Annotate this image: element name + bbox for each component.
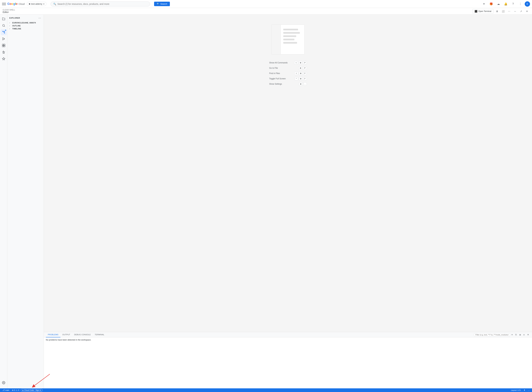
error-count: 0 [14, 389, 15, 391]
search-input[interactable] [57, 3, 147, 5]
menu-button[interactable] [2, 2, 6, 6]
svg-line-7 [3, 32, 4, 33]
project-selector[interactable]: test-aidemy ▾ [27, 2, 47, 6]
chevron-down-icon: ▾ [43, 3, 44, 5]
close-panel-btn[interactable]: ✕ [526, 333, 530, 337]
key-badge: P [303, 61, 307, 64]
svg-rect-13 [4, 46, 5, 47]
nav-icons: ✦ 🎁 ☁ 🔔 ? ⋮ E [481, 1, 530, 7]
shortcut-keys: ⇧ ⌘ F [294, 72, 307, 75]
activity-test[interactable] [1, 49, 7, 55]
git-branch-name: main [5, 389, 9, 391]
activity-source-control[interactable] [1, 29, 7, 35]
tab-debug-console[interactable]: DEBUG CONSOLE [72, 332, 93, 337]
activity-cloud-code[interactable] [1, 56, 7, 62]
key-badge: ⌘ [299, 72, 303, 75]
shortcuts-table: Show All Commands ⇧ ⌘ P Go to File ⌘ P [269, 61, 306, 86]
shortcut-keys: ⌘ P [299, 66, 307, 70]
activity-extensions[interactable] [1, 42, 7, 48]
collapse-icon-btn[interactable]: ∧ [522, 333, 526, 337]
ellipsis-icon: … [528, 389, 530, 391]
sidebar-tree: › EURONCLEGANE_666674 › OUTLINE › TIMELI… [7, 21, 44, 388]
key-badge: ⌘ [299, 61, 302, 64]
status-layout[interactable]: Layout: U.S. [510, 388, 522, 392]
svg-marker-8 [3, 38, 5, 40]
wrap-icon-btn[interactable]: ≣ [518, 333, 522, 337]
google-logo-text: Google [7, 2, 18, 6]
panel-filter-input[interactable] [475, 334, 508, 336]
close-icon-btn[interactable]: ✕ [525, 9, 529, 14]
cloud-upload-icon-btn[interactable]: ☁ [495, 1, 501, 7]
terminal-icon: ⬛ [475, 10, 477, 13]
tab-problems[interactable]: PROBLEMS [46, 332, 61, 337]
cloud-code-icon: ◈ [22, 389, 24, 391]
user-avatar[interactable]: E [525, 1, 530, 7]
shortcut-keys: ⌘ , [299, 82, 307, 86]
shortcut-keys: ⇧ ⌘ P [294, 61, 307, 64]
monitor-icon-btn[interactable]: 🖥 [495, 9, 499, 14]
key-badge: ⌘ [299, 66, 302, 70]
svg-rect-10 [2, 44, 4, 46]
svg-rect-11 [4, 44, 5, 46]
no-problems-text: No problems have been detected in the wo… [46, 339, 91, 341]
tree-item-outline[interactable]: › OUTLINE [7, 24, 44, 27]
status-more[interactable]: … [527, 388, 531, 392]
graphic-line-5 [283, 42, 297, 44]
graphic-right-panel [281, 25, 304, 54]
status-git-branch[interactable]: ⎇ main [1, 388, 10, 392]
activity-run[interactable] [1, 36, 7, 42]
search-icon-btn: 🔍 [157, 3, 159, 5]
copy-icon-btn[interactable]: ⎘ [514, 333, 518, 337]
status-errors-warnings[interactable]: ⊗ 0 ⚠ 0 [11, 388, 20, 392]
activity-search[interactable] [1, 23, 7, 28]
help-icon-btn[interactable]: ? [510, 1, 516, 7]
sparkle-icon-btn[interactable]: ✦ [481, 1, 487, 7]
chevron-right-icon: › [9, 28, 11, 30]
layout-icon-btn[interactable]: ⬜ [501, 9, 505, 14]
google-cloud-logo[interactable]: Google Cloud [7, 2, 25, 6]
sidebar-header: EXPLORER ⋯ [7, 15, 44, 21]
cloud-shell-header: CLOUD SHELL Editor ⬛ Open Terminal 🖥 ⬜ ⋯… [0, 8, 532, 15]
tree-item-timeline[interactable]: › TIMELINE [7, 27, 44, 30]
activity-bar [0, 15, 7, 388]
shortcut-keys: ^ ⌘ F [295, 77, 307, 80]
editor-shell: CLOUD SHELL Editor ⬛ Open Terminal 🖥 ⬜ ⋯… [0, 8, 532, 392]
tree-item-euronclegane[interactable]: › EURONCLEGANE_666674 [7, 21, 44, 24]
welcome-graphic [271, 25, 305, 54]
error-icon: ⊗ [12, 389, 14, 391]
more-horiz-icon-btn[interactable]: ⋯ [507, 9, 511, 14]
gift-icon-btn[interactable]: 🎁 [488, 1, 494, 7]
status-expand[interactable]: ⬆ [523, 388, 526, 392]
tab-terminal[interactable]: TERMINAL [93, 332, 106, 337]
svg-point-2 [2, 31, 3, 32]
notification-icon-btn[interactable]: 🔔 [503, 1, 509, 7]
svg-point-0 [2, 24, 5, 26]
cloud-code-signin-button[interactable]: ◈ Cloud Code - Sign in [21, 389, 43, 392]
key-badge: ⌘ [299, 82, 303, 86]
chevron-right-icon: › [9, 22, 11, 24]
chevron-right-icon: › [9, 25, 11, 27]
minimize-icon-btn[interactable]: ─ [513, 9, 517, 14]
search-button[interactable]: 🔍 Search [154, 2, 170, 6]
activity-settings[interactable] [1, 380, 7, 386]
filter-icon-btn[interactable]: ≡ [510, 333, 514, 337]
editor-main: EXPLORER ⋯ › EURONCLEGANE_666674 › OUTLI… [0, 15, 532, 388]
cloud-text: Cloud [19, 3, 25, 5]
sidebar: EXPLORER ⋯ › EURONCLEGANE_666674 › OUTLI… [7, 15, 44, 388]
open-terminal-button[interactable]: ⬛ Open Terminal [472, 9, 494, 14]
open-new-icon-btn[interactable]: ↗ [519, 9, 523, 14]
panel: PROBLEMS OUTPUT DEBUG CONSOLE TERMINAL ≡… [44, 332, 532, 388]
more-vert-icon-btn[interactable]: ⋮ [517, 1, 523, 7]
shortcut-go-to-file: Go to File ⌘ P [269, 66, 306, 70]
shortcut-label: Toggle Full Screen [269, 78, 286, 80]
search-bar: 🔍 [51, 1, 150, 6]
sidebar-more-button[interactable]: ⋯ [38, 16, 42, 20]
tab-output[interactable]: OUTPUT [61, 332, 72, 337]
key-badge: ⇧ [294, 72, 298, 75]
shortcut-label: Show All Commands [269, 61, 287, 64]
activity-files[interactable] [1, 16, 7, 22]
shortcut-label: Go to File [269, 67, 278, 69]
source-control-badge [5, 29, 6, 31]
welcome-view: Show All Commands ⇧ ⌘ P Go to File ⌘ P [44, 15, 532, 332]
cloud-shell-actions: ⬛ Open Terminal 🖥 ⬜ ⋯ ─ ↗ ✕ [472, 9, 529, 14]
